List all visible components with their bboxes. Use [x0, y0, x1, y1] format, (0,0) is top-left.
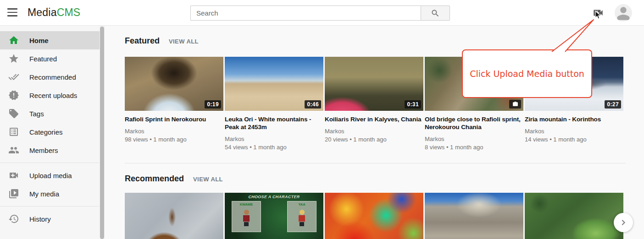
list-alt-icon: [8, 126, 19, 137]
history-icon: [8, 213, 19, 224]
video-author[interactable]: Markos: [525, 127, 623, 136]
sidebar-divider: [0, 206, 100, 206]
video-title[interactable]: Koiliaris River in Kalyves, Chania: [325, 115, 423, 123]
duration-badge: 0:46: [305, 100, 321, 109]
tag-icon: [8, 108, 19, 119]
video-author[interactable]: Markos: [225, 135, 323, 143]
search-input[interactable]: [190, 5, 421, 21]
search-icon: [431, 9, 440, 18]
video-card[interactable]: 0:31 Koiliaris River in Kalyves, Chania …: [325, 57, 423, 152]
video-author[interactable]: Markos: [325, 127, 423, 136]
video-title[interactable]: Old bridge close to Rafioli sprint, Nero…: [425, 115, 523, 131]
sidebar-scrollbar[interactable]: [100, 26, 105, 239]
video-meta: 54 views • 1 month ago: [225, 143, 323, 152]
duration-badge: 0:27: [605, 100, 621, 109]
video-library-icon: [8, 188, 19, 199]
video-call-upload-icon: [592, 7, 604, 19]
camera-icon: [509, 100, 521, 109]
scrollbar-thumb[interactable]: [100, 27, 104, 239]
video-meta: 14 views • 1 month ago: [525, 136, 623, 144]
sidebar-item-recommended[interactable]: Recommended: [0, 68, 100, 86]
sidebar-item-label: My media: [29, 190, 59, 198]
sidebar-item-label: Recommended: [29, 73, 76, 81]
section-title-featured: Featured: [125, 36, 160, 46]
avatar-person-icon: [615, 4, 632, 22]
people-icon: [8, 145, 19, 156]
character-panel: KWAME: [232, 201, 261, 232]
video-meta: 98 views • 1 month ago: [125, 136, 223, 144]
character-name: KWAME: [232, 202, 261, 206]
character-panel: YAA: [287, 201, 316, 232]
video-card[interactable]: [425, 193, 523, 239]
search-bar: [190, 5, 450, 21]
video-title[interactable]: Ziria mountain - Korinthos: [525, 115, 623, 123]
featured-section-header: Featured VIEW ALL: [125, 36, 199, 46]
app-logo[interactable]: MediaCMS: [28, 6, 80, 19]
video-thumbnail[interactable]: [425, 193, 523, 239]
video-thumbnail[interactable]: [325, 193, 423, 239]
sidebar: Home Featured Recommended Recent uploads…: [0, 26, 100, 239]
sidebar-item-label: Recent uploads: [29, 92, 77, 99]
sidebar-item-my-media[interactable]: My media: [0, 185, 100, 203]
sidebar-item-featured[interactable]: Featured: [0, 49, 100, 68]
sidebar-item-upload-media[interactable]: Upload media: [0, 166, 100, 185]
video-title[interactable]: Leuka Ori - White mountains - Peak at 24…: [225, 115, 323, 131]
character-sprite: [298, 210, 305, 227]
sidebar-item-home[interactable]: Home: [0, 31, 100, 49]
video-thumbnail[interactable]: [525, 193, 623, 239]
sidebar-item-history[interactable]: History: [0, 210, 100, 228]
new-releases-icon: [8, 90, 19, 101]
sidebar-item-tags[interactable]: Tags: [0, 104, 100, 123]
video-title[interactable]: Rafioli Sprint in Nerokourou: [125, 115, 223, 123]
menu-icon[interactable]: [7, 8, 17, 16]
video-thumbnail[interactable]: 0:46: [225, 57, 323, 111]
chevron-right-icon: [618, 217, 629, 228]
sidebar-item-members[interactable]: Members: [0, 141, 100, 159]
video-call-icon: [8, 170, 19, 181]
video-card[interactable]: 0:19 Rafioli Sprint in Nerokourou Markos…: [125, 57, 223, 152]
top-header: MediaCMS: [0, 0, 644, 26]
recommended-row: CHOOSE A CHARACTER KWAME YAA Selected Se…: [125, 193, 623, 239]
video-author[interactable]: Markos: [425, 135, 523, 143]
video-meta: 20 views • 1 month ago: [325, 136, 423, 144]
video-card[interactable]: CHOOSE A CHARACTER KWAME YAA Selected Se…: [225, 193, 323, 239]
video-thumbnail[interactable]: CHOOSE A CHARACTER KWAME YAA Selected Se…: [225, 193, 323, 239]
sidebar-item-label: Home: [29, 37, 49, 44]
done-all-icon: [8, 71, 19, 82]
thumbnail-text-heading: CHOOSE A CHARACTER: [225, 195, 323, 199]
sidebar-divider: [0, 163, 100, 163]
video-card[interactable]: 0:46 Leuka Ori - White mountains - Peak …: [225, 57, 323, 152]
sidebar-item-label: Categories: [29, 128, 63, 136]
carousel-next-button[interactable]: [614, 213, 633, 232]
video-meta: 8 views • 1 month ago: [425, 143, 523, 152]
video-thumbnail[interactable]: 0:19: [125, 57, 223, 111]
sidebar-item-label: Tags: [29, 110, 44, 118]
sidebar-item-label: Featured: [29, 55, 57, 63]
sidebar-item-recent-uploads[interactable]: Recent uploads: [0, 86, 100, 104]
sidebar-item-label: History: [29, 215, 51, 223]
character-sprite: [243, 210, 250, 227]
view-all-link-featured[interactable]: VIEW ALL: [169, 38, 199, 45]
logo-media: Media: [28, 6, 57, 18]
sidebar-item-categories[interactable]: Categories: [0, 123, 100, 141]
video-thumbnail[interactable]: 0:31: [325, 57, 423, 111]
video-thumbnail[interactable]: [125, 193, 223, 239]
sidebar-item-label: Upload media: [29, 172, 72, 179]
video-card[interactable]: [525, 193, 623, 239]
video-author[interactable]: Markos: [125, 127, 223, 136]
section-title-recommended: Recommended: [125, 174, 184, 184]
user-avatar[interactable]: [615, 4, 632, 22]
tutorial-callout: Click Upload Media button: [462, 49, 592, 98]
recommended-section-header: Recommended VIEW ALL: [125, 174, 223, 184]
section-divider: [125, 163, 626, 163]
duration-badge: 0:31: [405, 100, 421, 109]
upload-media-button[interactable]: [592, 7, 604, 19]
home-icon: [8, 35, 19, 46]
video-card[interactable]: [125, 193, 223, 239]
view-all-link-recommended[interactable]: VIEW ALL: [193, 176, 223, 183]
callout-text: Click Upload Media button: [470, 69, 584, 79]
sidebar-item-label: Members: [29, 147, 58, 154]
search-button[interactable]: [421, 5, 450, 21]
video-card[interactable]: [325, 193, 423, 239]
duration-badge: 0:19: [205, 100, 221, 109]
